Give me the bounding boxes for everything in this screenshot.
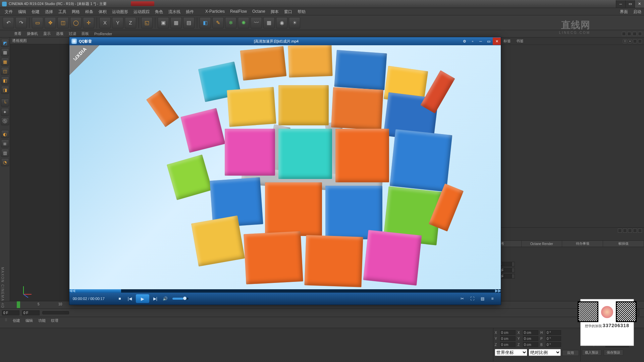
axis-z-button[interactable]: Z (125, 17, 136, 28)
coord-sys-button[interactable]: ◱ (141, 17, 153, 28)
workplane-button[interactable]: ◐ (1, 130, 9, 138)
point-mode-button[interactable]: ◧ (1, 76, 9, 84)
mm-menu-tex[interactable]: 纹理 (48, 317, 61, 324)
player-subtitle-button[interactable]: ▤ (478, 295, 486, 303)
player-seek-start-icon[interactable]: ◀◀ (69, 288, 75, 293)
attr-tab-interp[interactable]: 帧插值 (603, 241, 644, 247)
player-next-button[interactable]: ▶| (151, 295, 159, 303)
model-mode-button[interactable]: ◩ (1, 39, 9, 47)
player-seek-end-icon[interactable]: ▶▶ (495, 288, 501, 293)
minimize-button[interactable]: ─ (616, 0, 625, 8)
close-button[interactable]: ✕ (635, 0, 644, 8)
vp-menu-panel[interactable]: 面板 (79, 31, 92, 37)
player-stop-button[interactable]: ■ (116, 295, 124, 303)
scale-button[interactable]: ◫ (57, 17, 69, 28)
menu-volume[interactable]: 体积 (96, 8, 109, 15)
menu-mograph[interactable]: 运动图形 (109, 8, 131, 15)
vp-menu-view[interactable]: 查看 (11, 31, 24, 37)
vp-menu-camera[interactable]: 摄像机 (24, 31, 41, 37)
menu-create[interactable]: 创建 (29, 8, 42, 15)
player-video-area[interactable]: MXDIA ⚲ ↖ (69, 45, 501, 289)
vp-nav-1-icon[interactable] (622, 32, 626, 36)
add-cloner-button[interactable]: ❄ (225, 17, 236, 28)
add-environment-button[interactable]: ▦ (263, 17, 275, 28)
add-light-button[interactable]: ☀ (289, 17, 300, 28)
attr-nav-fwd-icon[interactable] (623, 229, 627, 233)
player-play-button[interactable]: ▶ (136, 294, 149, 303)
menu-xparticles[interactable]: X-Particles (203, 8, 227, 15)
om-menu-bookmarks[interactable]: 书签 (514, 38, 526, 44)
snap-button[interactable]: Ⓢ (1, 117, 9, 125)
attr-tab-octane[interactable]: Octane Render (522, 241, 562, 247)
timeline-playhead[interactable] (17, 301, 20, 308)
menu-spline[interactable]: 样条 (83, 8, 96, 15)
menu-window[interactable]: 窗口 (281, 8, 295, 15)
add-effector-button[interactable]: ✺ (238, 17, 249, 28)
attr-menu-icon[interactable] (638, 229, 642, 233)
menu-file[interactable]: 文件 (2, 8, 15, 15)
menu-octane[interactable]: Octane (250, 8, 268, 15)
player-close-button[interactable]: ✕ (493, 38, 501, 45)
timeline-range-slider[interactable] (42, 311, 69, 314)
coord-z-size[interactable] (523, 342, 538, 347)
player-playlist-button[interactable]: ≡ (488, 295, 496, 303)
player-title-bar[interactable]: QQ影音 [高清加速开启]id1成片.mp4 ⚙ ▫ ─ ▭ ✕ (69, 37, 501, 45)
menu-edit[interactable]: 编辑 (15, 8, 29, 15)
coord-y-pos[interactable] (500, 336, 516, 341)
tag-button[interactable]: ◔ (1, 158, 9, 166)
spinner-icon[interactable] (512, 262, 515, 266)
coord-space-select[interactable]: 世界坐标 (495, 349, 527, 356)
object-mode-button[interactable]: ◨ (1, 86, 9, 94)
poly-mode-button[interactable]: ▦ (1, 58, 9, 66)
lock-button[interactable]: ▥ (1, 149, 9, 157)
player-snapshot-button[interactable]: ✂ (458, 295, 466, 303)
om-opt2-icon[interactable] (638, 39, 642, 43)
coord-z-pos[interactable] (500, 342, 516, 347)
om-filter-icon[interactable]: ▾ (628, 39, 632, 43)
vp-menu-options[interactable]: 选项 (53, 31, 66, 37)
attr-tab-todo[interactable]: 待办事项 (562, 241, 603, 247)
player-mute-button[interactable]: 🔊 (161, 295, 169, 303)
axis-mode-button[interactable]: └ (1, 99, 9, 107)
mm-menu-func[interactable]: 功能 (36, 317, 48, 324)
add-camera-button[interactable]: ◉ (276, 17, 287, 28)
coord-z-rot[interactable] (546, 342, 561, 347)
menu-mesh[interactable]: 网格 (69, 8, 83, 15)
coord-mode-select[interactable]: 绝对比例 (529, 349, 561, 356)
axis-y-button[interactable]: Y (112, 17, 123, 28)
axis-x-button[interactable]: X (99, 17, 111, 28)
vp-nav-2-icon[interactable] (627, 32, 631, 36)
render-settings-button[interactable]: ▤ (183, 17, 195, 28)
add-deformer-button[interactable]: 〰 (251, 17, 262, 28)
timeline-start-frame-input[interactable] (2, 310, 19, 315)
vp-menu-prorender[interactable]: ProRender (92, 31, 115, 37)
render-region-button[interactable]: ▦ (170, 17, 182, 28)
player-seek-bar[interactable]: ◀◀ ▶▶ (69, 289, 501, 293)
coord-mode-button[interactable]: ✦ (1, 108, 9, 116)
rp-load-preset-button[interactable]: 载入预设 (582, 350, 601, 356)
layers-button[interactable]: ≣ (1, 139, 9, 147)
spinner-icon[interactable] (512, 268, 515, 273)
texture-mode-button[interactable]: ▩ (1, 48, 9, 56)
render-view-button[interactable]: ▣ (158, 17, 169, 28)
redo-button[interactable]: ↷ (15, 17, 27, 28)
player-compact-button[interactable]: ▫ (469, 38, 477, 45)
om-menu-tags[interactable]: 标签 (501, 38, 514, 44)
menu-pipeline[interactable]: 流水线 (166, 8, 183, 15)
vp-nav-3-icon[interactable] (633, 32, 637, 36)
add-pen-button[interactable]: ✎ (212, 17, 224, 28)
menu-character[interactable]: 角色 (152, 8, 166, 15)
spinner-icon[interactable] (512, 274, 515, 279)
mm-menu-create[interactable]: 创建 (10, 317, 23, 324)
undo-button[interactable]: ↶ (3, 17, 14, 28)
player-pin-icon[interactable]: ⚲ (73, 56, 76, 61)
timeline-start-frame2-input[interactable] (22, 310, 40, 315)
material-manager-body[interactable] (0, 328, 493, 361)
rotate-button[interactable]: ◯ (70, 17, 82, 28)
menu-tools[interactable]: 工具 (56, 8, 69, 15)
coord-y-rot[interactable] (546, 336, 561, 341)
menu-script[interactable]: 脚本 (268, 8, 281, 15)
player-fullscreen-button[interactable]: ⛶ (468, 295, 476, 303)
coord-x-pos[interactable] (500, 330, 516, 335)
rp-save-preset-button[interactable]: 保存预设 (604, 350, 623, 356)
